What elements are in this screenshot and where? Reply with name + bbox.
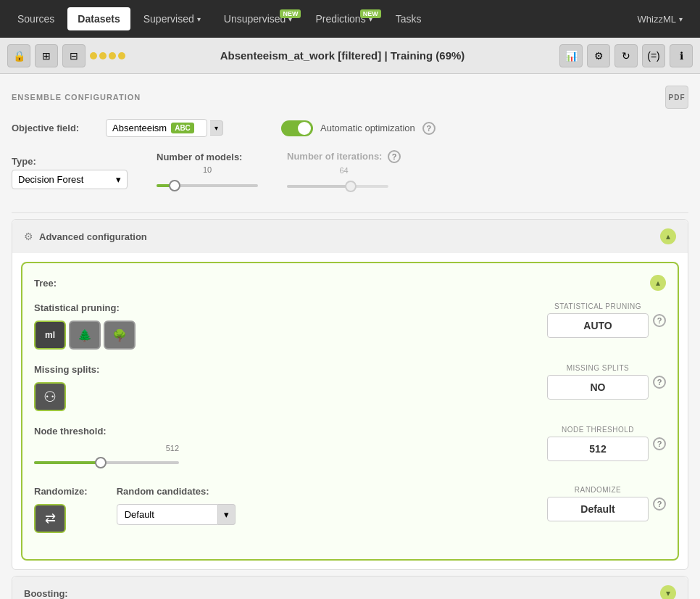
random-candidates-group: Random candidates: Default ▾ <box>117 486 236 525</box>
node-threshold-help-icon[interactable]: ? <box>653 437 666 450</box>
iterations-slider <box>287 178 388 195</box>
network-icon[interactable]: ⊞ <box>35 44 58 67</box>
missing-splits-row: Missing splits: ⚇ MISSING SPLITS NO ? <box>34 364 666 411</box>
tree-title: Tree: <box>34 278 57 289</box>
config-icon[interactable]: ⊟ <box>62 44 86 67</box>
missing-splits-value-box: NO <box>547 375 649 400</box>
equals-icon[interactable]: (=) <box>642 44 665 67</box>
nav-sources[interactable]: Sources <box>7 7 64 30</box>
ensemble-section-label: ENSEMBLE CONFIGURATION <box>12 93 141 102</box>
randomize-value-display: RANDOMIZE Default <box>547 486 649 521</box>
info-icon[interactable]: ℹ <box>670 44 693 67</box>
randomize-row: Randomize: ⇄ Random candidates: Default … <box>34 486 666 533</box>
nav-whizzml[interactable]: WhizzML ▾ <box>628 8 693 30</box>
models-group: Number of models: 10 <box>157 152 258 194</box>
top-navigation: Sources Datasets Supervised ▾ Unsupervis… <box>0 0 700 38</box>
statistical-pruning-icons: ml 🌲 🌳 <box>34 321 547 350</box>
type-group: Type: Decision Forest ▾ <box>12 156 128 189</box>
objective-select-wrap: Absenteeism ABC ▾ <box>106 119 223 137</box>
ml-icon: ml <box>45 330 55 340</box>
pruning-ml-button[interactable]: ml <box>34 321 66 350</box>
statistical-pruning-value-box: AUTO <box>547 313 649 338</box>
missing-splits-button[interactable]: ⚇ <box>34 382 66 411</box>
type-value: Decision Forest <box>18 174 83 185</box>
node-threshold-right: NODE THRESHOLD 512 ? <box>547 426 666 461</box>
objective-field-row: Objective field: Absenteeism ABC ▾ Autom… <box>12 119 688 137</box>
nav-datasets[interactable]: Datasets <box>67 7 130 30</box>
nav-predictions[interactable]: Predictions ▾ NEW <box>305 7 382 30</box>
objective-dropdown-arrow[interactable]: ▾ <box>210 120 223 136</box>
missing-splits-help-icon[interactable]: ? <box>653 376 666 389</box>
chart-icon[interactable]: 📊 <box>559 44 583 67</box>
missing-splits-left: Missing splits: ⚇ <box>34 364 547 411</box>
boosting-header[interactable]: Boosting: <box>12 577 688 599</box>
dot-3 <box>109 52 116 59</box>
iterations-slider-thumb <box>345 181 357 192</box>
missing-splits-right: MISSING SPLITS NO ? <box>547 364 666 400</box>
node-threshold-thumb[interactable] <box>95 457 107 468</box>
advanced-title: Advanced configuration <box>39 231 147 242</box>
advanced-config-section: ⚙ Advanced configuration Tree: Statistic… <box>12 219 688 570</box>
toolbar-actions: 📊 ⚙ ↻ (=) ℹ <box>559 44 693 67</box>
settings-icon[interactable]: ⚙ <box>587 44 610 67</box>
randomize-label: Randomize: <box>34 486 88 497</box>
refresh-icon[interactable]: ↻ <box>614 44 638 67</box>
random-candidates-arrow[interactable]: ▾ <box>218 504 236 525</box>
missing-splits-section-label: MISSING SPLITS <box>547 364 649 372</box>
type-models-row: Type: Decision Forest ▾ Number of models… <box>12 150 688 195</box>
models-slider-thumb[interactable] <box>169 180 180 191</box>
chevron-down-icon: ▾ <box>679 15 683 23</box>
tree-collapse-button[interactable] <box>650 275 666 291</box>
nav-unsupervised[interactable]: Unsupervised ▾ NEW <box>214 7 303 30</box>
models-slider[interactable] <box>157 177 258 194</box>
ensemble-section-header: ENSEMBLE CONFIGURATION PDF <box>12 86 688 109</box>
nav-tasks[interactable]: Tasks <box>386 7 432 30</box>
lock-icon[interactable]: 🔒 <box>7 44 30 67</box>
randomize-help-icon[interactable]: ? <box>653 497 666 511</box>
boosting-expand-button[interactable] <box>660 585 676 599</box>
tree-icon-2: 🌳 <box>112 329 127 342</box>
auto-optimization-label: Automatic optimization <box>320 123 415 133</box>
gear-icon: ⚙ <box>24 231 33 242</box>
randomize-section-label: RANDOMIZE <box>547 486 649 494</box>
tree-section: Tree: Statistical pruning: ml 🌲 <box>21 262 679 561</box>
toolbar-title: Absenteeism_at_work [filtered] | Trainin… <box>130 49 555 62</box>
statistical-pruning-value-display: STATISTICAL PRUNING AUTO <box>547 302 649 338</box>
type-dropdown-icon: ▾ <box>116 174 121 185</box>
node-threshold-row: Node threshold: 512 NODE THRESHOLD <box>34 426 666 471</box>
field-type-badge: ABC <box>171 123 194 133</box>
random-candidates-select[interactable]: Default <box>117 504 218 525</box>
pruning-tree1-button[interactable]: 🌲 <box>69 321 101 350</box>
node-threshold-section-label: NODE THRESHOLD <box>547 426 649 434</box>
models-label: Number of models: <box>157 152 258 162</box>
dot-1 <box>90 52 97 59</box>
iterations-help-icon[interactable]: ? <box>388 150 401 163</box>
nav-supervised[interactable]: Supervised ▾ <box>133 7 211 30</box>
node-threshold-slider[interactable] <box>34 454 179 471</box>
tree-icon-1: 🌲 <box>78 329 92 342</box>
statistical-pruning-help-icon[interactable]: ? <box>653 314 666 327</box>
statistical-pruning-section-label: STATISTICAL PRUNING <box>547 302 649 310</box>
statistical-pruning-row: Statistical pruning: ml 🌲 🌳 <box>34 302 666 350</box>
iterations-group: Number of iterations: ? 64 <box>287 150 401 195</box>
missing-splits-value-display: MISSING SPLITS NO <box>547 364 649 400</box>
advanced-collapse-button[interactable] <box>660 228 676 244</box>
auto-optimization-wrap: Automatic optimization ? <box>281 120 436 136</box>
auto-opt-help-icon[interactable]: ? <box>422 122 436 135</box>
auto-optimization-toggle[interactable] <box>281 120 313 136</box>
main-content: ENSEMBLE CONFIGURATION PDF Objective fie… <box>0 74 700 599</box>
models-value: 10 <box>157 165 258 174</box>
objective-select[interactable]: Absenteeism ABC <box>106 119 207 137</box>
pruning-tree2-button[interactable]: 🌳 <box>104 321 136 350</box>
advanced-config-header[interactable]: ⚙ Advanced configuration <box>12 220 688 253</box>
randomize-button[interactable]: ⇄ <box>34 504 66 533</box>
node-threshold-slider-wrap: 512 <box>34 444 179 471</box>
missing-splits-icon: ⚇ <box>43 388 57 405</box>
boosting-section: Boosting: <box>12 576 688 599</box>
node-threshold-value-box: 512 <box>547 437 649 461</box>
random-candidates-label: Random candidates: <box>117 486 236 497</box>
type-select[interactable]: Decision Forest ▾ <box>12 170 128 189</box>
tree-header: Tree: <box>34 275 666 291</box>
pdf-button[interactable]: PDF <box>665 86 688 109</box>
statistical-pruning-label: Statistical pruning: <box>34 302 547 313</box>
